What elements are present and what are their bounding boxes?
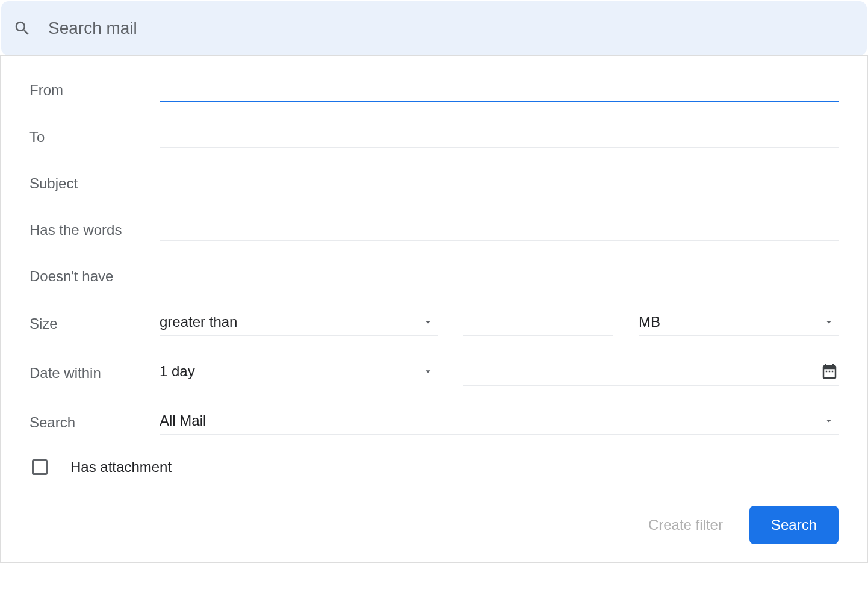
to-row: To bbox=[29, 126, 839, 148]
subject-row: Subject bbox=[29, 172, 839, 194]
from-input[interactable] bbox=[160, 79, 839, 102]
search-in-row: Search All Mail bbox=[29, 410, 839, 435]
search-in-value: All Mail bbox=[160, 412, 206, 429]
size-row: Size greater than MB bbox=[29, 311, 839, 336]
create-filter-button[interactable]: Create filter bbox=[648, 517, 723, 533]
button-row: Create filter Search bbox=[29, 506, 839, 544]
dropdown-arrow-icon bbox=[823, 316, 835, 328]
has-words-input[interactable] bbox=[160, 219, 839, 241]
doesnt-have-row: Doesn't have bbox=[29, 265, 839, 287]
dropdown-arrow-icon bbox=[422, 365, 434, 377]
search-in-dropdown[interactable]: All Mail bbox=[160, 410, 839, 435]
from-label: From bbox=[29, 82, 160, 99]
date-within-row: Date within 1 day bbox=[29, 360, 839, 386]
size-unit-dropdown[interactable]: MB bbox=[639, 311, 839, 336]
size-operator-dropdown[interactable]: greater than bbox=[160, 311, 438, 336]
doesnt-have-input[interactable] bbox=[160, 265, 839, 287]
has-words-label: Has the words bbox=[29, 222, 160, 238]
has-attachment-row: Has attachment bbox=[32, 459, 839, 476]
search-icon bbox=[13, 19, 31, 37]
to-label: To bbox=[29, 129, 160, 146]
dropdown-arrow-icon bbox=[823, 415, 835, 427]
search-input[interactable] bbox=[48, 19, 855, 38]
size-unit-value: MB bbox=[639, 314, 660, 331]
subject-input[interactable] bbox=[160, 172, 839, 194]
date-input[interactable] bbox=[463, 363, 813, 380]
dropdown-arrow-icon bbox=[422, 316, 434, 328]
size-value-input[interactable] bbox=[463, 311, 613, 336]
size-operator-value: greater than bbox=[160, 314, 237, 331]
calendar-icon[interactable] bbox=[820, 362, 839, 380]
has-attachment-label: Has attachment bbox=[70, 459, 172, 476]
date-input-wrap bbox=[463, 360, 839, 386]
search-button[interactable]: Search bbox=[749, 506, 839, 544]
doesnt-have-label: Doesn't have bbox=[29, 268, 160, 285]
search-in-label: Search bbox=[29, 414, 160, 431]
date-range-dropdown[interactable]: 1 day bbox=[160, 361, 438, 385]
to-input[interactable] bbox=[160, 126, 839, 148]
date-range-value: 1 day bbox=[160, 363, 195, 380]
size-label: Size bbox=[29, 315, 160, 332]
date-within-label: Date within bbox=[29, 365, 160, 382]
search-bar[interactable] bbox=[1, 1, 867, 55]
subject-label: Subject bbox=[29, 175, 160, 192]
has-attachment-checkbox[interactable] bbox=[32, 459, 48, 475]
from-row: From bbox=[29, 79, 839, 102]
advanced-search-panel: From To Subject Has the words Doesn't ha… bbox=[0, 55, 868, 563]
has-words-row: Has the words bbox=[29, 219, 839, 241]
